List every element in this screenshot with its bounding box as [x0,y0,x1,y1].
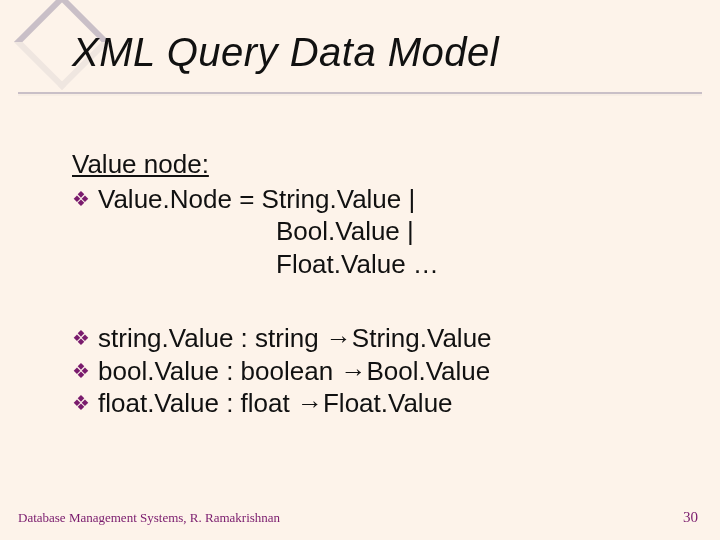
bullet-item: ❖ bool.Value : boolean →Bool.Value [72,355,680,388]
section-heading: Value node: [72,148,680,181]
bullet-text: string.Value : string →String.Value [98,322,492,355]
bullet-icon: ❖ [72,322,98,354]
slide-title: XML Query Data Model [72,30,499,75]
slide: XML Query Data Model Value node: ❖ Value… [0,0,720,540]
page-number: 30 [683,509,698,526]
bullet-icon: ❖ [72,355,98,387]
bullet-icon: ❖ [72,183,98,215]
bullet-text: Value.Node = String.Value | [98,183,415,216]
bullet-item: ❖ Value.Node = String.Value | [72,183,680,216]
bullet-text: bool.Value : boolean →Bool.Value [98,355,490,388]
bullet-group: ❖ string.Value : string →String.Value ❖ … [72,322,680,420]
bullet-text: float.Value : float →Float.Value [98,387,453,420]
bullet-continuation: Float.Value … [98,248,680,281]
slide-body: Value node: ❖ Value.Node = String.Value … [72,148,680,420]
bullet-continuation: Bool.Value | [98,215,680,248]
bullet-item: ❖ string.Value : string →String.Value [72,322,680,355]
title-divider [18,92,702,96]
bullet-item: ❖ float.Value : float →Float.Value [72,387,680,420]
bullet-icon: ❖ [72,387,98,419]
footer-text: Database Management Systems, R. Ramakris… [18,510,280,526]
